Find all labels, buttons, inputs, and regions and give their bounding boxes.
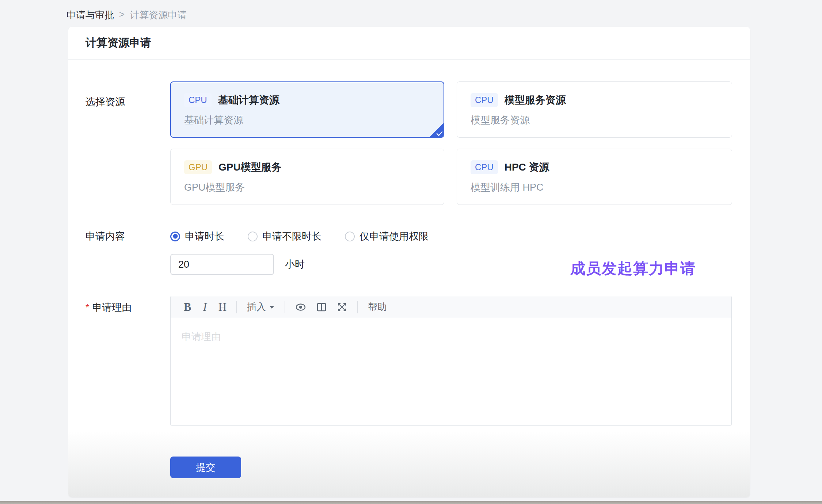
gpu-badge: GPU bbox=[184, 160, 212, 174]
radio-off-icon bbox=[248, 232, 258, 241]
toolbar-divider bbox=[285, 301, 285, 313]
insert-menu-button[interactable]: 插入 bbox=[242, 296, 279, 318]
fullscreen-icon[interactable] bbox=[332, 296, 352, 318]
radio-label: 申请不限时长 bbox=[262, 230, 321, 243]
reason-textarea[interactable]: 申请理由 bbox=[171, 318, 731, 425]
resource-card-gpu-model[interactable]: GPU GPU模型服务 GPU模型服务 bbox=[170, 149, 444, 205]
cpu-badge: CPU bbox=[471, 93, 498, 107]
resource-card-desc: 基础计算资源 bbox=[184, 114, 430, 127]
resource-card-header: CPU 模型服务资源 bbox=[471, 93, 718, 107]
heading-button[interactable]: H bbox=[214, 296, 231, 318]
breadcrumb-separator: > bbox=[119, 9, 125, 20]
request-type-radio-group: 申请时长 申请不限时长 仅申请使用权限 bbox=[170, 230, 429, 243]
resource-cards-grid: CPU 基础计算资源 基础计算资源 CPU 模型服务资源 模型服务资源 GPU bbox=[170, 81, 732, 205]
required-asterisk: * bbox=[85, 302, 90, 313]
cpu-badge: CPU bbox=[471, 160, 498, 174]
toolbar-divider bbox=[357, 301, 358, 313]
resource-card-header: CPU 基础计算资源 bbox=[184, 93, 430, 107]
reason-editor: B I H 插入 bbox=[170, 296, 732, 426]
resource-card-header: CPU HPC 资源 bbox=[471, 160, 718, 174]
panel-header: 计算资源申请 bbox=[68, 27, 750, 60]
duration-unit-label: 小时 bbox=[285, 258, 305, 271]
page-title: 计算资源申请 bbox=[85, 35, 151, 50]
radio-permission-only[interactable]: 仅申请使用权限 bbox=[345, 230, 429, 243]
radio-on-icon bbox=[170, 232, 180, 241]
resource-card-basic-cpu[interactable]: CPU 基础计算资源 基础计算资源 bbox=[170, 81, 444, 138]
reason-label: 申请理由 bbox=[92, 302, 132, 313]
submit-row: 提交 bbox=[68, 457, 750, 478]
eye-icon[interactable] bbox=[290, 296, 311, 318]
reason-label-group: *申请理由 bbox=[68, 296, 170, 426]
radio-label: 申请时长 bbox=[185, 230, 224, 243]
resource-card-desc: GPU模型服务 bbox=[184, 181, 430, 194]
submit-label-spacer bbox=[68, 457, 170, 478]
breadcrumb: 申请与审批 > 计算资源申请 bbox=[0, 0, 822, 27]
columns-icon[interactable] bbox=[311, 296, 332, 318]
editor-toolbar: B I H 插入 bbox=[171, 296, 731, 318]
duration-input[interactable] bbox=[170, 254, 274, 275]
help-button[interactable]: 帮助 bbox=[363, 296, 392, 318]
selected-check-icon bbox=[429, 122, 444, 138]
window-bottom-edge bbox=[0, 501, 822, 504]
request-content-row: 申请内容 申请时长 申请不限时长 仅申请使用权限 bbox=[68, 230, 750, 243]
toolbar-divider bbox=[236, 301, 237, 313]
insert-menu-label: 插入 bbox=[247, 301, 266, 313]
resource-card-model-service[interactable]: CPU 模型服务资源 模型服务资源 bbox=[457, 81, 732, 138]
resource-section-label: 选择资源 bbox=[68, 81, 170, 205]
content-section-label: 申请内容 bbox=[68, 230, 170, 243]
resource-card-hpc[interactable]: CPU HPC 资源 模型训练用 HPC bbox=[457, 149, 732, 205]
breadcrumb-parent[interactable]: 申请与审批 bbox=[66, 9, 114, 22]
resource-card-title: 基础计算资源 bbox=[218, 93, 279, 107]
italic-button[interactable]: I bbox=[196, 296, 214, 318]
resource-card-desc: 模型训练用 HPC bbox=[471, 181, 718, 194]
reason-row: *申请理由 B I H 插入 bbox=[68, 296, 750, 426]
radio-off-icon bbox=[345, 232, 355, 241]
radio-duration[interactable]: 申请时长 bbox=[170, 230, 224, 243]
annotation-text: 成员发起算力申请 bbox=[570, 259, 696, 279]
submit-button[interactable]: 提交 bbox=[170, 457, 241, 478]
resource-card-title: GPU模型服务 bbox=[218, 160, 282, 174]
cpu-badge: CPU bbox=[184, 93, 212, 107]
resource-card-title: HPC 资源 bbox=[505, 160, 549, 174]
resource-card-desc: 模型服务资源 bbox=[471, 114, 718, 127]
bold-button[interactable]: B bbox=[179, 296, 196, 318]
resource-card-title: 模型服务资源 bbox=[505, 93, 566, 107]
resource-card-header: GPU GPU模型服务 bbox=[184, 160, 430, 174]
radio-unlimited-duration[interactable]: 申请不限时长 bbox=[248, 230, 321, 243]
radio-label: 仅申请使用权限 bbox=[359, 230, 429, 243]
chevron-down-icon bbox=[269, 306, 274, 309]
breadcrumb-current: 计算资源申请 bbox=[130, 9, 187, 22]
reason-placeholder: 申请理由 bbox=[182, 330, 720, 343]
resource-select-row: 选择资源 CPU 基础计算资源 基础计算资源 CPU 模型服务资源 模型服务资源 bbox=[68, 81, 750, 205]
compute-request-panel: 计算资源申请 选择资源 CPU 基础计算资源 基础计算资源 CPU 模型服务资源 bbox=[68, 27, 750, 497]
